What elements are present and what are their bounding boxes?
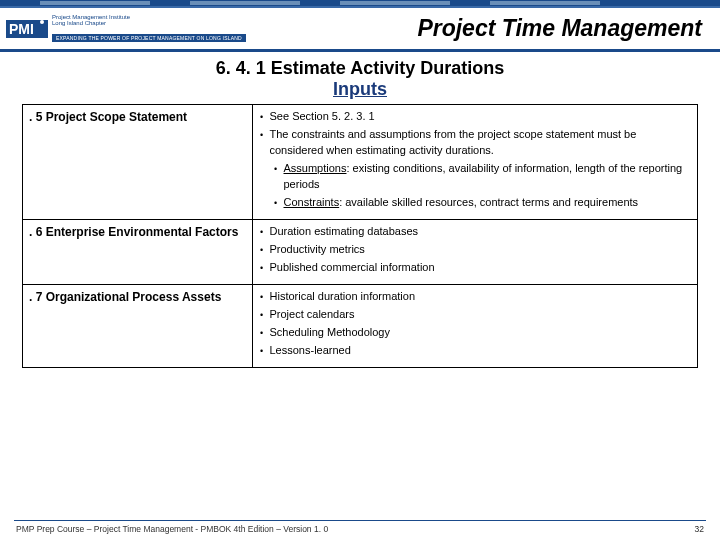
pmi-logo-text: Project Management Institute Long Island… xyxy=(52,14,246,26)
bullet-dot-icon: • xyxy=(259,307,265,323)
bullet-text: Scheduling Methodology xyxy=(270,325,692,341)
svg-text:PMI: PMI xyxy=(9,21,34,37)
bullet-text: Productivity metrics xyxy=(270,242,692,258)
bullet-dot-icon: • xyxy=(259,343,265,359)
svg-point-2 xyxy=(40,20,44,24)
bullet-dot-icon: • xyxy=(259,109,265,125)
bullet-strong: Assumptions xyxy=(284,162,347,174)
row-label: . 5 Project Scope Statement xyxy=(23,105,253,220)
bullet-item: •Scheduling Methodology xyxy=(259,325,692,341)
pmi-logo: PMI Project Management Institute Long Is… xyxy=(6,14,246,44)
row-content: •See Section 5. 2. 3. 1•The constraints … xyxy=(252,105,698,220)
bullet-text: Historical duration information xyxy=(270,289,692,305)
row-content: •Duration estimating databases•Productiv… xyxy=(252,219,698,284)
bullet-text: Project calendars xyxy=(270,307,692,323)
bullet-item: •See Section 5. 2. 3. 1 xyxy=(259,109,692,125)
bullet-text: Assumptions: existing conditions, availa… xyxy=(284,161,692,193)
row-content: •Historical duration information•Project… xyxy=(252,284,698,367)
bullet-item: •Duration estimating databases xyxy=(259,224,692,240)
page-number: 32 xyxy=(695,524,704,534)
logo-strip: EXPANDING THE POWER OF PROJECT MANAGEMEN… xyxy=(52,34,246,42)
page-title: Project Time Management xyxy=(246,15,712,42)
table-row: . 5 Project Scope Statement•See Section … xyxy=(23,105,698,220)
bullet-item: •Constraints: available skilled resource… xyxy=(273,195,692,211)
bullet-item: •Published commercial information xyxy=(259,260,692,276)
bullet-dot-icon: • xyxy=(259,127,265,159)
bullet-item: •Project calendars xyxy=(259,307,692,323)
bullet-dot-icon: • xyxy=(273,161,279,193)
row-label: . 6 Enterprise Environmental Factors xyxy=(23,219,253,284)
bullet-text: Constraints: available skilled resources… xyxy=(284,195,692,211)
bullet-item: •Assumptions: existing conditions, avail… xyxy=(273,161,692,193)
slide: PMI Project Management Institute Long Is… xyxy=(0,0,720,540)
bullet-text: Published commercial information xyxy=(270,260,692,276)
bullet-dot-icon: • xyxy=(273,195,279,211)
bullet-dot-icon: • xyxy=(259,242,265,258)
bullet-rest: : available skilled resources, contract … xyxy=(339,196,638,208)
bullet-item: •The constraints and assumptions from th… xyxy=(259,127,692,159)
bullet-item: •Lessons-learned xyxy=(259,343,692,359)
bullet-dot-icon: • xyxy=(259,325,265,341)
bullet-text: Lessons-learned xyxy=(270,343,692,359)
row-label: . 7 Organizational Process Assets xyxy=(23,284,253,367)
table-row: . 7 Organizational Process Assets•Histor… xyxy=(23,284,698,367)
section-subtitle: Inputs xyxy=(0,79,720,100)
section-number-title: 6. 4. 1 Estimate Activity Durations xyxy=(0,58,720,79)
logo-line2: Long Island Chapter xyxy=(52,20,246,26)
bullet-item: •Historical duration information xyxy=(259,289,692,305)
footer-left: PMP Prep Course – Project Time Managemen… xyxy=(16,524,328,534)
bullet-text: See Section 5. 2. 3. 1 xyxy=(270,109,692,125)
inputs-table: . 5 Project Scope Statement•See Section … xyxy=(22,104,698,368)
pmi-logo-mark: PMI xyxy=(6,14,48,44)
bullet-dot-icon: • xyxy=(259,289,265,305)
table-row: . 6 Enterprise Environmental Factors•Dur… xyxy=(23,219,698,284)
bullet-strong: Constraints xyxy=(284,196,340,208)
bullet-text: The constraints and assumptions from the… xyxy=(270,127,692,159)
section-heading: 6. 4. 1 Estimate Activity Durations Inpu… xyxy=(0,58,720,100)
bullet-item: •Productivity metrics xyxy=(259,242,692,258)
footer: PMP Prep Course – Project Time Managemen… xyxy=(0,524,720,538)
bullet-dot-icon: • xyxy=(259,260,265,276)
bullet-dot-icon: • xyxy=(259,224,265,240)
footer-rule xyxy=(14,520,706,521)
inputs-table-wrapper: . 5 Project Scope Statement•See Section … xyxy=(0,100,720,368)
top-decor-bar xyxy=(0,0,720,8)
bullet-text: Duration estimating databases xyxy=(270,224,692,240)
header: PMI Project Management Institute Long Is… xyxy=(0,8,720,52)
